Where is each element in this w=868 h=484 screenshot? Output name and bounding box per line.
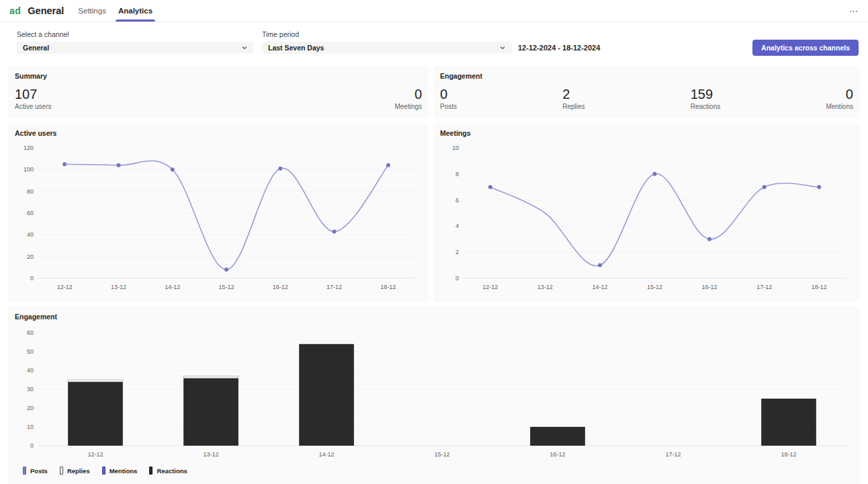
channel-dropdown[interactable]: General [17,42,254,54]
y-tick-label: 100 [24,166,34,173]
mentions-label: Mentions [826,103,853,110]
active-users-stat: 107 Active users [15,87,51,110]
y-tick-label: 80 [27,188,34,195]
tab-analytics[interactable]: Analytics [112,0,159,22]
meetings-chart: 024681012-1213-1214-1215-1216-1217-1218-… [440,140,853,296]
x-tick-label: 15-12 [218,284,234,290]
data-point [171,167,175,171]
channel-title: General [28,5,64,16]
data-point [707,237,711,241]
y-tick-label: 40 [27,231,34,238]
meetings-label: Meetings [394,103,422,110]
y-tick-label: 0 [455,275,459,282]
y-tick-label: 4 [455,223,459,229]
meetings-chart-title: Meetings [440,129,853,137]
engagement-daily-svg: 010203040506012-1213-1214-1215-1216-1217… [15,323,853,463]
summary-card: Summary 107 Active users 0 Meetings [8,66,429,118]
data-point [598,264,602,268]
stats-row: Summary 107 Active users 0 Meetings Enga… [0,66,868,118]
data-point [62,162,67,166]
legend-item-reactions: Reactions [149,467,187,475]
y-tick-label: 30 [27,386,34,393]
channel-field-label: Select a channel [17,30,254,38]
legend-swatch-icon [102,467,105,475]
engagement-card: Engagement 0 Posts 2 Replies 159 Reactio… [433,66,860,118]
active-users-value: 107 [15,87,51,101]
x-tick-label: 13-12 [203,451,218,458]
posts-value: 0 [440,87,457,101]
legend-item-posts: Posts [23,467,48,475]
more-options-icon[interactable]: ⋯ [849,6,859,16]
active-users-label: Active users [15,103,51,110]
chart-legend: PostsRepliesMentionsReactions [15,463,853,475]
posts-label: Posts [440,103,457,110]
analytics-across-channels-button[interactable]: Analytics across channels [752,40,859,56]
y-tick-label: 8 [455,171,459,177]
x-tick-label: 16-12 [550,451,565,458]
x-tick-label: 15-12 [647,284,662,290]
line-series [64,161,388,270]
y-tick-label: 40 [27,367,34,374]
bar-segment-reactions [183,378,238,446]
x-tick-label: 15-12 [434,451,449,458]
bar-segment-reactions [299,344,354,446]
replies-stat: 2 Replies [562,87,584,110]
summary-card-title: Summary [15,72,422,80]
engagement-chart-title: Engagement [15,313,853,321]
replies-label: Replies [562,103,584,110]
x-tick-label: 14-12 [592,284,607,290]
data-point [278,167,282,171]
bar-segment-replies [68,380,123,382]
y-tick-label: 50 [27,348,34,355]
meetings-stat: 0 Meetings [394,87,422,110]
tab-settings[interactable]: Settings [72,0,112,22]
legend-swatch-icon [149,467,153,475]
data-point [488,185,492,189]
legend-swatch-icon [23,467,26,475]
reactions-value: 159 [691,87,720,101]
y-tick-label: 10 [27,424,34,430]
y-tick-label: 20 [27,405,34,411]
tab-bar: Settings Analytics [72,0,159,22]
filter-bar: Select a channel General Time period Las… [0,22,868,61]
x-tick-label: 12-12 [87,451,103,458]
chevron-down-icon [241,44,248,51]
legend-label: Mentions [110,467,138,475]
x-tick-label: 16-12 [273,284,288,290]
bar-segment-reactions [530,427,585,446]
replies-value: 2 [562,87,584,101]
meetings-chart-card: Meetings 024681012-1213-1214-1215-1216-1… [433,123,860,302]
date-range-text: 12-12-2024 - 18-12-2024 [518,44,600,52]
legend-label: Posts [30,467,48,475]
time-period-dropdown[interactable]: Last Seven Days [262,42,512,54]
app-logo: ad [9,5,21,16]
y-tick-label: 0 [30,442,34,449]
mentions-stat: 0 Mentions [826,87,853,110]
x-tick-label: 14-12 [165,284,180,290]
data-point [333,229,337,233]
data-point [817,185,821,189]
y-tick-label: 2 [455,249,459,255]
y-tick-label: 60 [27,329,34,336]
bar-segment-replies [183,376,238,378]
channel-dropdown-value: General [23,44,49,52]
legend-item-mentions: Mentions [102,467,138,475]
engagement-bar-chart: 010203040506012-1213-1214-1215-1216-1217… [15,323,853,463]
active-users-chart: 02040608010012012-1213-1214-1215-1216-12… [15,140,422,296]
x-tick-label: 12-12 [482,284,498,290]
y-tick-label: 6 [455,197,459,204]
bar-segment-reactions [761,399,816,446]
period-field-label: Time period [262,30,512,38]
y-tick-label: 60 [27,210,34,216]
x-tick-label: 17-12 [327,284,342,290]
active-users-chart-title: Active users [15,129,422,137]
x-tick-label: 18-12 [812,284,827,290]
x-tick-label: 17-12 [756,284,772,290]
x-tick-label: 13-12 [537,284,553,290]
reactions-stat: 159 Reactions [691,87,720,110]
x-tick-label: 18-12 [380,284,396,290]
chevron-down-icon [499,44,506,51]
legend-label: Reactions [157,467,187,475]
reactions-label: Reactions [691,103,720,110]
engagement-card-title: Engagement [440,72,853,80]
